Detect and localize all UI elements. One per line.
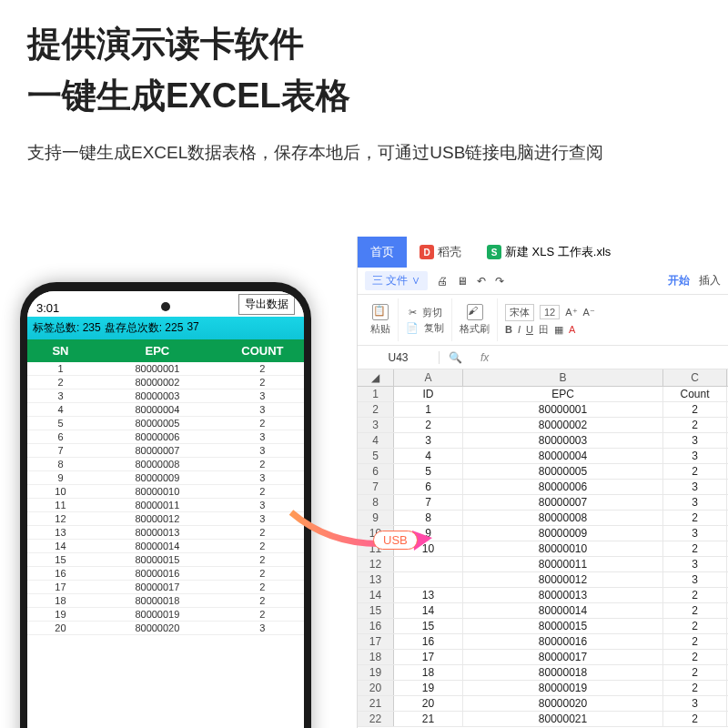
grid-row: 2019800000192 — [358, 681, 728, 696]
grid-row: 13800000123 — [358, 572, 728, 588]
grid-row: 32800000022 — [358, 418, 728, 433]
fill-color-icon[interactable]: ▦ — [554, 324, 563, 336]
table-row: 5800000052 — [27, 417, 304, 430]
table-row: 15800000152 — [27, 553, 304, 567]
file-menu[interactable]: 三 文件 ∨ — [365, 271, 428, 290]
border-icon[interactable]: 田 — [539, 323, 549, 337]
tab-file[interactable]: S新建 XLS 工作表.xls — [474, 237, 623, 268]
search-icon[interactable]: 🔍 — [440, 351, 471, 364]
col-header-a[interactable]: A — [394, 369, 463, 386]
grid-row: 76800000063 — [358, 480, 728, 495]
table-row: 17800000172 — [27, 581, 304, 594]
corner-cell[interactable]: ◢ — [358, 369, 394, 386]
size-select[interactable]: 12 — [540, 305, 560, 319]
ribbon-insert[interactable]: 插入 — [699, 273, 721, 288]
table-row: 19800000192 — [27, 608, 304, 622]
grid-row: 2120800000203 — [358, 696, 728, 712]
grid-row: 98800000082 — [358, 511, 728, 526]
font-color-icon[interactable]: A — [569, 324, 575, 335]
grid-row: 1615800000152 — [358, 619, 728, 634]
sheet-icon: S — [487, 245, 501, 259]
ribbon-start[interactable]: 开始 — [668, 273, 690, 288]
fx-label[interactable]: fx — [471, 351, 498, 364]
grid-row: 65800000052 — [358, 464, 728, 480]
table-row: 1800000012 — [27, 362, 304, 376]
format-painter-icon[interactable]: 🖌 — [467, 304, 483, 320]
table-row: 7800000073 — [27, 444, 304, 458]
table-header: SN EPC COUNT — [27, 339, 304, 362]
export-button[interactable]: 导出数据 — [238, 294, 295, 315]
redo-icon[interactable]: ↷ — [495, 275, 504, 288]
cut-icon[interactable]: ✂ — [409, 307, 417, 318]
grid-row: 1817800000172 — [358, 650, 728, 665]
table-row: 9800000093 — [27, 471, 304, 485]
handheld-device: 3:01 导出数据 标签总数: 235 盘存总次数: 225 37 SN EPC… — [20, 282, 311, 728]
table-row: 14800000142 — [27, 540, 304, 553]
table-row: 20800000203 — [27, 622, 304, 635]
col-header-b[interactable]: B — [463, 369, 663, 386]
usb-badge: USB — [373, 531, 418, 550]
table-row: 10800000102 — [27, 485, 304, 499]
table-row: 18800000182 — [27, 594, 304, 608]
tab-home[interactable]: 首页 — [358, 237, 407, 268]
italic-button[interactable]: I — [518, 324, 521, 335]
grid-row: 1413800000132 — [358, 588, 728, 603]
clock: 3:01 — [36, 301, 59, 315]
grid-row: 43800000033 — [358, 433, 728, 449]
increase-font-icon[interactable]: A⁺ — [565, 307, 577, 318]
col-header-c[interactable]: C — [663, 369, 727, 386]
title-row: 1 ID EPC Count — [358, 387, 728, 402]
grid-row: 87800000073 — [358, 495, 728, 511]
page-description: 支持一键生成EXCEL数据表格，保存本地后，可通过USB链接电脑进行查阅 — [27, 138, 701, 167]
table-row: 16800000162 — [27, 567, 304, 581]
grid-row: 1918800000182 — [358, 665, 728, 681]
summary-bar: 标签总数: 235 盘存总次数: 225 37 — [27, 317, 304, 339]
undo-icon[interactable]: ↶ — [477, 275, 486, 288]
copy-icon[interactable]: 📄 — [406, 322, 419, 334]
camera-dot — [161, 302, 170, 311]
table-row: 12800000123 — [27, 512, 304, 526]
cell-reference[interactable]: U43 — [358, 351, 440, 364]
grid-row: 54800000043 — [358, 449, 728, 464]
underline-button[interactable]: U — [526, 324, 533, 335]
toolbar-icon[interactable]: 🖥 — [457, 275, 468, 288]
docer-icon: D — [420, 245, 434, 259]
page-title: 提供演示读卡软件 一键生成EXCEL表格 — [27, 18, 701, 122]
excel-window: 首页 D稻壳 S新建 XLS 工作表.xls 三 文件 ∨ 🖨 🖥 ↶ ↷ 开始… — [357, 237, 728, 728]
bold-button[interactable]: B — [505, 324, 512, 335]
table-row: 11800000113 — [27, 499, 304, 512]
table-row: 3800000033 — [27, 389, 304, 403]
toolbar-icon[interactable]: 🖨 — [437, 275, 448, 288]
grid-row: 1716800000162 — [358, 634, 728, 650]
table-row: 4800000043 — [27, 403, 304, 417]
column-headers: ◢ A B C — [358, 369, 728, 387]
table-row: 6800000063 — [27, 430, 304, 444]
font-select[interactable]: 宋体 — [505, 304, 534, 321]
tab-docer[interactable]: D稻壳 — [407, 237, 474, 268]
decrease-font-icon[interactable]: A⁻ — [583, 307, 595, 318]
grid-row: 2221800000212 — [358, 712, 728, 727]
grid-row: 12800000113 — [358, 557, 728, 572]
grid-row: 1514800000142 — [358, 603, 728, 619]
table-row: 13800000132 — [27, 526, 304, 540]
grid-row: 21800000012 — [358, 402, 728, 418]
paste-icon[interactable]: 📋 — [372, 304, 389, 320]
table-row: 8800000082 — [27, 458, 304, 471]
table-row: 2800000022 — [27, 376, 304, 389]
